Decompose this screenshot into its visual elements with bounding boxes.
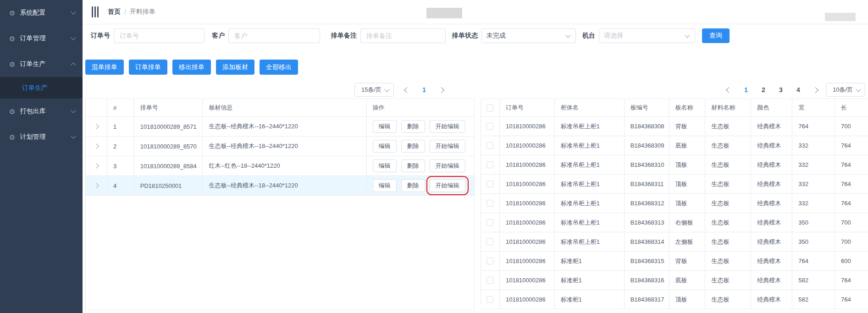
order-no: 101810000286 [500, 194, 555, 213]
material-name: 生态板 [705, 213, 751, 232]
width: 332 [792, 136, 835, 155]
start-edit-button[interactable]: 开始编辑 [430, 120, 465, 133]
action-button-0[interactable]: 混单排单 [85, 60, 124, 75]
action-button-3[interactable]: 添加板材 [216, 60, 254, 75]
board-name: 背板 [669, 117, 706, 136]
row-checkbox[interactable] [487, 258, 493, 264]
right-page-size-select[interactable]: 10条/页 [826, 83, 865, 97]
parts-row-8: 101810000286标准柜1B184368316底板生态板经典檀木58276… [481, 271, 868, 290]
col-schedule-no: 排单号 [134, 99, 203, 116]
delete-button[interactable]: 删除 [401, 179, 425, 192]
expand-row-icon[interactable] [94, 163, 99, 168]
color: 经典檀木 [751, 136, 792, 155]
status-select[interactable]: 未完成 [481, 28, 576, 43]
action-button-4[interactable]: 全部移出 [260, 60, 298, 75]
breadcrumb-home[interactable]: 首页 [108, 8, 121, 16]
sidebar-menu: ⚙系统配置⚙订单管理⚙订单生产订单生产⚙打包出库⚙计划管理 [0, 0, 83, 150]
machine-select[interactable]: 请选择 [599, 28, 695, 43]
chevron-down-icon [565, 33, 570, 38]
right-next-page-icon[interactable] [813, 87, 818, 93]
remark-input[interactable] [365, 32, 441, 40]
right-page-2[interactable]: 2 [757, 86, 769, 93]
sidebar-item-4[interactable]: ⚙计划管理 [0, 124, 83, 150]
edit-button[interactable]: 编辑 [373, 120, 397, 133]
right-prev-page-icon[interactable] [726, 87, 732, 93]
delete-button[interactable]: 删除 [401, 159, 425, 172]
parts-row-3: 101810000286标准吊柜上柜1B184368311顶板生态板经典檀木33… [481, 175, 868, 194]
sidebar-item-1[interactable]: ⚙订单管理 [0, 26, 83, 51]
row-checkbox[interactable] [487, 219, 493, 226]
schedule-no: PD1810250001 [134, 176, 203, 195]
left-page-size-select[interactable]: 15条/页 [354, 83, 394, 97]
expand-column-header [86, 99, 107, 116]
board-no: B184368312 [625, 194, 669, 213]
edit-button[interactable]: 编辑 [373, 179, 397, 192]
order-no: 101810000286 [500, 252, 555, 270]
parts-table-body: 101810000286标准吊柜上柜1B184368308背板生态板经典檀木76… [481, 117, 868, 309]
row-checkbox-cell [481, 232, 500, 251]
row-checkbox[interactable] [487, 123, 493, 130]
chevron-down-icon [71, 9, 76, 14]
delete-button[interactable]: 删除 [401, 120, 425, 133]
chevron-down-icon [71, 108, 76, 113]
board-name: 顶板 [669, 175, 706, 193]
order-no-label: 订单号 [91, 32, 110, 40]
action-button-2[interactable]: 移出排单 [172, 60, 211, 75]
left-page-1[interactable]: 1 [418, 86, 430, 93]
customer-input[interactable] [233, 32, 315, 40]
chevron-down-icon [685, 33, 690, 38]
sidebar-subitem-2-0[interactable]: 订单生产 [0, 77, 83, 99]
cabinet-name: 标准柜1 [555, 252, 625, 270]
left-next-page-icon[interactable] [438, 87, 444, 93]
cabinet-name: 标准柜1 [555, 271, 625, 290]
action-button-1[interactable]: 订单排单 [129, 60, 167, 75]
row-checkbox[interactable] [487, 142, 493, 149]
col-material-name: 材料名称 [705, 99, 751, 116]
edit-button[interactable]: 编辑 [373, 140, 397, 153]
order-no-input[interactable] [119, 32, 199, 40]
row-checkbox-cell [481, 155, 500, 174]
row-checkbox[interactable] [487, 181, 493, 187]
material-name: 生态板 [705, 155, 751, 174]
right-page-3[interactable]: 3 [775, 86, 787, 93]
edit-button[interactable]: 编辑 [373, 159, 397, 172]
parts-row-1: 101810000286标准吊柜上柜1B184368309底板生态板经典檀木33… [481, 136, 868, 155]
expand-row-icon[interactable] [94, 143, 99, 148]
length: 700 [835, 232, 868, 251]
start-edit-button[interactable]: 开始编辑 [430, 159, 465, 172]
width: 582 [792, 271, 835, 290]
row-checkbox[interactable] [487, 277, 493, 284]
row-checkbox[interactable] [487, 161, 493, 168]
delete-button[interactable]: 删除 [401, 140, 425, 153]
row-actions: 编辑删除开始编辑 [367, 117, 474, 136]
customer-label: 客户 [212, 32, 225, 40]
row-index: 3 [107, 156, 134, 176]
sidebar-item-3[interactable]: ⚙打包出库 [0, 99, 83, 124]
left-prev-page-icon[interactable] [404, 87, 410, 93]
col-length: 长 [835, 99, 868, 116]
search-button[interactable]: 查询 [702, 28, 730, 43]
order-no: 101810000286 [500, 155, 555, 174]
row-checkbox[interactable] [487, 296, 493, 303]
row-checkbox[interactable] [487, 238, 493, 245]
sidebar-collapse-icon[interactable] [92, 6, 99, 17]
material-name: 生态板 [705, 232, 751, 251]
sidebar-item-2[interactable]: ⚙订单生产 [0, 51, 83, 77]
right-page-4[interactable]: 4 [792, 86, 804, 93]
board-no: B184368309 [625, 136, 669, 155]
expand-row-icon[interactable] [94, 124, 99, 129]
right-page-size-value: 10条/页 [833, 86, 853, 94]
left-pagination: 15条/页 1 [85, 82, 475, 97]
sidebar-item-0[interactable]: ⚙系统配置 [0, 0, 83, 26]
start-edit-button[interactable]: 开始编辑 [430, 140, 465, 153]
select-all-checkbox[interactable] [487, 104, 493, 111]
row-checkbox[interactable] [487, 200, 493, 207]
right-page-1[interactable]: 1 [740, 86, 752, 93]
schedule-row-3: 3101810000289_8584红木--红色--18--2440*1220编… [86, 156, 474, 176]
start-edit-button[interactable]: 开始编辑 [430, 179, 465, 192]
redacted-label [426, 8, 462, 18]
length: 764 [835, 155, 868, 174]
expand-row-icon[interactable] [94, 183, 99, 188]
chevron-up-icon [71, 62, 76, 67]
color: 经典檀木 [751, 232, 792, 251]
